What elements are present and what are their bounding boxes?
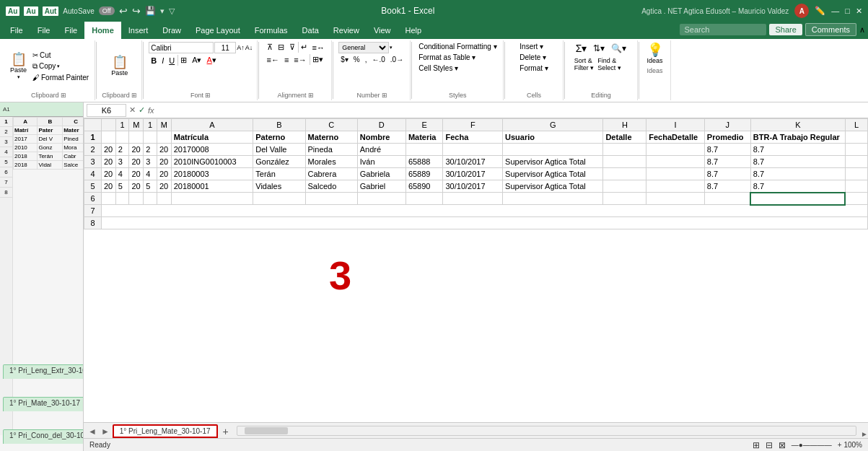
cell-5-2[interactable]: 20 xyxy=(129,180,144,193)
formula-confirm-icon[interactable]: ✓ xyxy=(139,105,145,115)
col-header-D[interactable]: D xyxy=(357,119,405,131)
cell-4-paterno[interactable]: Terán xyxy=(253,168,305,180)
cell-6-3[interactable] xyxy=(144,193,157,205)
formula-input[interactable] xyxy=(157,104,865,117)
win3-sheet-tab[interactable]: 1° Pri_Mate_30-10-17 xyxy=(3,397,87,411)
col-header-L[interactable]: L xyxy=(845,119,867,131)
cell-6-F[interactable] xyxy=(443,193,503,205)
font-name-input[interactable] xyxy=(149,42,214,53)
align-left-button[interactable]: ≡← xyxy=(265,55,281,65)
paste-dropdown[interactable]: ▾ xyxy=(17,74,20,80)
col-header-C[interactable]: C xyxy=(305,119,357,131)
cell-1-M2[interactable] xyxy=(129,131,144,144)
cell-5-detalle[interactable] xyxy=(603,180,646,193)
comments-button[interactable]: Comments xyxy=(805,23,856,36)
cell-5-nombre[interactable]: Gabriel xyxy=(357,180,405,193)
cell-2-3[interactable]: 2 xyxy=(144,144,157,156)
cell-5-paterno[interactable]: Vidales xyxy=(253,180,305,193)
cell-4-btr[interactable]: 8.7 xyxy=(750,168,845,180)
cell-2-4[interactable]: 20 xyxy=(157,144,171,156)
indent-button[interactable]: ≡↔ xyxy=(310,43,327,53)
cell-4-nombre[interactable]: Gabriela xyxy=(357,168,405,180)
cell-6-B[interactable] xyxy=(253,193,305,205)
cell-5-4[interactable]: 20 xyxy=(157,180,171,193)
col-header-A[interactable]: A xyxy=(171,119,253,131)
cell-3-fecha[interactable]: 30/10/2017 xyxy=(443,156,503,168)
sort-filter-button[interactable]: ⇅▾ xyxy=(590,43,608,54)
cell-2-0[interactable]: 20 xyxy=(102,144,116,156)
format-painter-button[interactable]: 🖌 Format Painter xyxy=(31,73,90,82)
cell-2-promedio[interactable]: 8.7 xyxy=(704,144,750,156)
tab-help[interactable]: Help xyxy=(398,22,429,39)
merge-button[interactable]: ⊞▾ xyxy=(310,54,325,65)
format-as-table-button[interactable]: Format as Table ▾ xyxy=(417,53,498,62)
currency-button[interactable]: $▾ xyxy=(338,55,351,64)
cell-6-L[interactable] xyxy=(845,193,867,205)
cell-3-1[interactable]: 3 xyxy=(115,156,129,168)
font-color-button[interactable]: A▾ xyxy=(205,55,219,66)
cell-6-K-selected[interactable] xyxy=(750,193,845,205)
tab-data[interactable]: Data xyxy=(295,22,326,39)
fill-color-button[interactable]: A▾ xyxy=(190,55,203,66)
cell-1-1[interactable] xyxy=(144,131,157,144)
cell-1-paterno[interactable]: Paterno xyxy=(253,131,305,144)
cell-3-materia[interactable]: 65888 xyxy=(405,156,443,168)
col-header-J[interactable]: J xyxy=(704,119,750,131)
cell-1-M1[interactable] xyxy=(115,131,129,144)
cell-5-btr[interactable]: 8.7 xyxy=(750,180,845,193)
cell-6-1[interactable] xyxy=(115,193,129,205)
cell-5-materia[interactable]: 65890 xyxy=(405,180,443,193)
cell-3-0[interactable]: 20 xyxy=(102,156,116,168)
number-format-select[interactable]: General Number Currency Date xyxy=(338,42,389,53)
col-header-B[interactable]: B xyxy=(253,119,305,131)
cell-7-empty[interactable] xyxy=(102,205,868,217)
autosave-toggle[interactable]: Off xyxy=(99,6,115,15)
copy-button[interactable]: ⧉ Copy ▾ xyxy=(31,61,90,71)
view-page-break-icon[interactable]: ⊠ xyxy=(779,440,786,450)
cell-4-promedio[interactable]: 8.7 xyxy=(704,168,750,180)
clipboard-expand[interactable]: ⊞ xyxy=(61,92,66,99)
percent-button[interactable]: % xyxy=(351,55,362,64)
italic-button[interactable]: I xyxy=(159,56,166,66)
cell-4-1[interactable]: 4 xyxy=(115,168,129,180)
conditional-formatting-button[interactable]: Conditional Formatting ▾ xyxy=(417,42,498,51)
zoom-slider[interactable]: —●———— xyxy=(792,441,832,449)
cell-5-materno[interactable]: Salcedo xyxy=(305,180,357,193)
view-layout-icon[interactable]: ⊟ xyxy=(766,440,773,450)
cell-4-fecha[interactable]: 30/10/2017 xyxy=(443,168,503,180)
cell-5-fecha-det[interactable] xyxy=(646,180,705,193)
cell-2-detalle[interactable] xyxy=(603,144,646,156)
col-header-M3[interactable]: M xyxy=(157,119,171,131)
cell-3-paterno[interactable]: González xyxy=(253,156,305,168)
find-select-label[interactable]: Find &Select ▾ xyxy=(596,56,623,72)
comma-button[interactable]: , xyxy=(363,55,369,64)
tab-review[interactable]: Review xyxy=(326,22,367,39)
align-right-button[interactable]: ≡→ xyxy=(291,55,308,65)
cell-6-G[interactable] xyxy=(503,193,603,205)
user-avatar[interactable]: A xyxy=(794,4,809,18)
cell-5-usuario[interactable]: Supervisor Agtica Total xyxy=(503,180,603,193)
cell-2-2[interactable]: 20 xyxy=(129,144,144,156)
cell-6-E[interactable] xyxy=(405,193,443,205)
col-header-empty[interactable] xyxy=(102,119,116,131)
cell-3-fecha-det[interactable] xyxy=(646,156,705,168)
scrollbar-thumb[interactable] xyxy=(245,427,288,434)
cell-5-0[interactable]: 20 xyxy=(102,180,116,193)
sort-filter-label[interactable]: Sort &Filter ▾ xyxy=(573,56,596,72)
main-grid[interactable]: 1 M 1 M A B C D E F G H I xyxy=(84,118,868,422)
cell-styles-button[interactable]: Cell Styles ▾ xyxy=(417,64,498,73)
cell-1-M3[interactable] xyxy=(157,131,171,144)
search-input[interactable] xyxy=(680,24,766,35)
sheet-tab-main[interactable]: 1° Pri_Leng_Mate_30-10-17 xyxy=(113,424,218,438)
cell-1-btr[interactable]: BTR-A Trabajo Regular xyxy=(750,131,845,144)
cell-1-nombre[interactable]: Nombre xyxy=(357,131,405,144)
align-top-button[interactable]: ⊼ xyxy=(265,42,275,53)
redo-icon[interactable]: ↪ xyxy=(132,5,141,17)
cell-6-2[interactable] xyxy=(129,193,144,205)
cell-4-3[interactable]: 4 xyxy=(144,168,157,180)
cell-3-usuario[interactable]: Supervisor Agtica Total xyxy=(503,156,603,168)
sum-button[interactable]: Σ▾ xyxy=(573,42,590,55)
cell-5-L[interactable] xyxy=(845,180,867,193)
close-icon[interactable]: ✕ xyxy=(856,6,862,16)
cell-2-1[interactable]: 2 xyxy=(115,144,129,156)
